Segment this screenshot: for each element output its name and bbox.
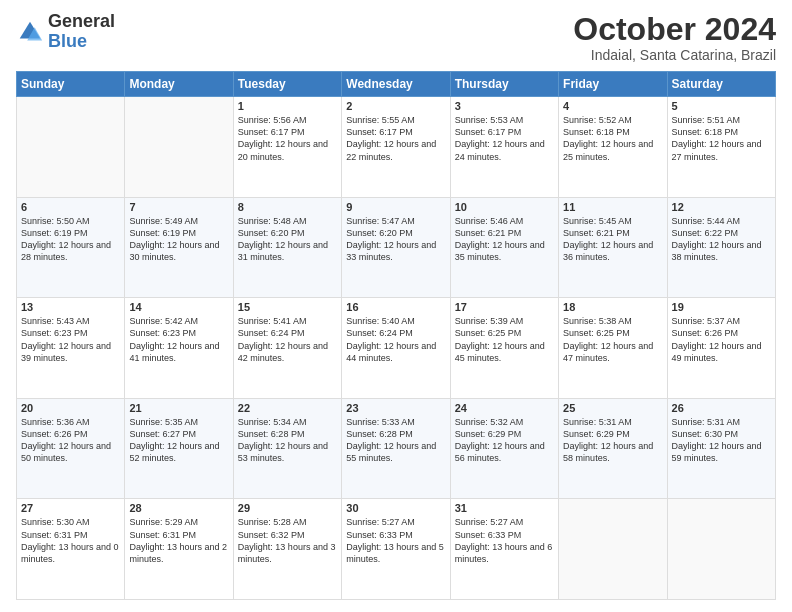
calendar-cell: 8Sunrise: 5:48 AM Sunset: 6:20 PM Daylig…	[233, 197, 341, 298]
day-number: 24	[455, 402, 554, 414]
day-number: 19	[672, 301, 771, 313]
day-number: 25	[563, 402, 662, 414]
calendar-cell: 13Sunrise: 5:43 AM Sunset: 6:23 PM Dayli…	[17, 298, 125, 399]
calendar-week-row: 6Sunrise: 5:50 AM Sunset: 6:19 PM Daylig…	[17, 197, 776, 298]
calendar-week-row: 20Sunrise: 5:36 AM Sunset: 6:26 PM Dayli…	[17, 398, 776, 499]
day-number: 10	[455, 201, 554, 213]
calendar-cell: 12Sunrise: 5:44 AM Sunset: 6:22 PM Dayli…	[667, 197, 775, 298]
calendar-cell: 21Sunrise: 5:35 AM Sunset: 6:27 PM Dayli…	[125, 398, 233, 499]
logo-blue: Blue	[48, 31, 87, 51]
day-info: Sunrise: 5:36 AM Sunset: 6:26 PM Dayligh…	[21, 416, 120, 465]
title-block: October 2024 Indaial, Santa Catarina, Br…	[573, 12, 776, 63]
day-number: 1	[238, 100, 337, 112]
day-number: 6	[21, 201, 120, 213]
calendar-cell	[667, 499, 775, 600]
day-info: Sunrise: 5:43 AM Sunset: 6:23 PM Dayligh…	[21, 315, 120, 364]
day-info: Sunrise: 5:42 AM Sunset: 6:23 PM Dayligh…	[129, 315, 228, 364]
calendar-cell: 23Sunrise: 5:33 AM Sunset: 6:28 PM Dayli…	[342, 398, 450, 499]
calendar-day-header: Sunday	[17, 72, 125, 97]
day-info: Sunrise: 5:55 AM Sunset: 6:17 PM Dayligh…	[346, 114, 445, 163]
day-number: 22	[238, 402, 337, 414]
day-info: Sunrise: 5:35 AM Sunset: 6:27 PM Dayligh…	[129, 416, 228, 465]
calendar-cell: 30Sunrise: 5:27 AM Sunset: 6:33 PM Dayli…	[342, 499, 450, 600]
calendar-cell	[125, 97, 233, 198]
calendar-cell: 14Sunrise: 5:42 AM Sunset: 6:23 PM Dayli…	[125, 298, 233, 399]
day-info: Sunrise: 5:38 AM Sunset: 6:25 PM Dayligh…	[563, 315, 662, 364]
day-number: 13	[21, 301, 120, 313]
day-number: 18	[563, 301, 662, 313]
calendar-cell: 18Sunrise: 5:38 AM Sunset: 6:25 PM Dayli…	[559, 298, 667, 399]
day-info: Sunrise: 5:30 AM Sunset: 6:31 PM Dayligh…	[21, 516, 120, 565]
calendar-cell: 10Sunrise: 5:46 AM Sunset: 6:21 PM Dayli…	[450, 197, 558, 298]
calendar-cell: 24Sunrise: 5:32 AM Sunset: 6:29 PM Dayli…	[450, 398, 558, 499]
day-info: Sunrise: 5:37 AM Sunset: 6:26 PM Dayligh…	[672, 315, 771, 364]
day-info: Sunrise: 5:40 AM Sunset: 6:24 PM Dayligh…	[346, 315, 445, 364]
calendar-day-header: Thursday	[450, 72, 558, 97]
calendar-day-header: Saturday	[667, 72, 775, 97]
calendar-cell: 27Sunrise: 5:30 AM Sunset: 6:31 PM Dayli…	[17, 499, 125, 600]
calendar-cell: 22Sunrise: 5:34 AM Sunset: 6:28 PM Dayli…	[233, 398, 341, 499]
calendar-cell: 17Sunrise: 5:39 AM Sunset: 6:25 PM Dayli…	[450, 298, 558, 399]
day-number: 9	[346, 201, 445, 213]
day-number: 5	[672, 100, 771, 112]
logo-general: General	[48, 11, 115, 31]
calendar-week-row: 27Sunrise: 5:30 AM Sunset: 6:31 PM Dayli…	[17, 499, 776, 600]
day-number: 27	[21, 502, 120, 514]
day-info: Sunrise: 5:51 AM Sunset: 6:18 PM Dayligh…	[672, 114, 771, 163]
logo-icon	[16, 18, 44, 46]
day-number: 31	[455, 502, 554, 514]
day-info: Sunrise: 5:48 AM Sunset: 6:20 PM Dayligh…	[238, 215, 337, 264]
day-info: Sunrise: 5:50 AM Sunset: 6:19 PM Dayligh…	[21, 215, 120, 264]
day-info: Sunrise: 5:27 AM Sunset: 6:33 PM Dayligh…	[346, 516, 445, 565]
day-number: 29	[238, 502, 337, 514]
calendar-cell: 7Sunrise: 5:49 AM Sunset: 6:19 PM Daylig…	[125, 197, 233, 298]
calendar-cell: 11Sunrise: 5:45 AM Sunset: 6:21 PM Dayli…	[559, 197, 667, 298]
calendar-cell: 28Sunrise: 5:29 AM Sunset: 6:31 PM Dayli…	[125, 499, 233, 600]
calendar-cell: 16Sunrise: 5:40 AM Sunset: 6:24 PM Dayli…	[342, 298, 450, 399]
page: General Blue October 2024 Indaial, Santa…	[0, 0, 792, 612]
day-number: 14	[129, 301, 228, 313]
day-info: Sunrise: 5:46 AM Sunset: 6:21 PM Dayligh…	[455, 215, 554, 264]
day-info: Sunrise: 5:45 AM Sunset: 6:21 PM Dayligh…	[563, 215, 662, 264]
day-number: 8	[238, 201, 337, 213]
calendar-cell: 15Sunrise: 5:41 AM Sunset: 6:24 PM Dayli…	[233, 298, 341, 399]
day-info: Sunrise: 5:44 AM Sunset: 6:22 PM Dayligh…	[672, 215, 771, 264]
day-number: 2	[346, 100, 445, 112]
day-number: 3	[455, 100, 554, 112]
calendar-cell: 20Sunrise: 5:36 AM Sunset: 6:26 PM Dayli…	[17, 398, 125, 499]
day-number: 28	[129, 502, 228, 514]
day-number: 21	[129, 402, 228, 414]
day-info: Sunrise: 5:28 AM Sunset: 6:32 PM Dayligh…	[238, 516, 337, 565]
logo: General Blue	[16, 12, 115, 52]
day-info: Sunrise: 5:29 AM Sunset: 6:31 PM Dayligh…	[129, 516, 228, 565]
calendar-cell: 5Sunrise: 5:51 AM Sunset: 6:18 PM Daylig…	[667, 97, 775, 198]
day-info: Sunrise: 5:34 AM Sunset: 6:28 PM Dayligh…	[238, 416, 337, 465]
calendar-cell	[559, 499, 667, 600]
day-number: 16	[346, 301, 445, 313]
day-info: Sunrise: 5:41 AM Sunset: 6:24 PM Dayligh…	[238, 315, 337, 364]
calendar-week-row: 13Sunrise: 5:43 AM Sunset: 6:23 PM Dayli…	[17, 298, 776, 399]
day-number: 26	[672, 402, 771, 414]
calendar-cell: 3Sunrise: 5:53 AM Sunset: 6:17 PM Daylig…	[450, 97, 558, 198]
day-info: Sunrise: 5:56 AM Sunset: 6:17 PM Dayligh…	[238, 114, 337, 163]
day-info: Sunrise: 5:47 AM Sunset: 6:20 PM Dayligh…	[346, 215, 445, 264]
calendar-cell: 26Sunrise: 5:31 AM Sunset: 6:30 PM Dayli…	[667, 398, 775, 499]
calendar-cell: 6Sunrise: 5:50 AM Sunset: 6:19 PM Daylig…	[17, 197, 125, 298]
calendar-cell: 31Sunrise: 5:27 AM Sunset: 6:33 PM Dayli…	[450, 499, 558, 600]
day-number: 23	[346, 402, 445, 414]
day-info: Sunrise: 5:31 AM Sunset: 6:29 PM Dayligh…	[563, 416, 662, 465]
calendar-cell	[17, 97, 125, 198]
day-number: 15	[238, 301, 337, 313]
calendar-day-header: Friday	[559, 72, 667, 97]
day-info: Sunrise: 5:39 AM Sunset: 6:25 PM Dayligh…	[455, 315, 554, 364]
day-info: Sunrise: 5:31 AM Sunset: 6:30 PM Dayligh…	[672, 416, 771, 465]
calendar-cell: 9Sunrise: 5:47 AM Sunset: 6:20 PM Daylig…	[342, 197, 450, 298]
day-info: Sunrise: 5:27 AM Sunset: 6:33 PM Dayligh…	[455, 516, 554, 565]
day-info: Sunrise: 5:52 AM Sunset: 6:18 PM Dayligh…	[563, 114, 662, 163]
calendar-cell: 1Sunrise: 5:56 AM Sunset: 6:17 PM Daylig…	[233, 97, 341, 198]
calendar-cell: 4Sunrise: 5:52 AM Sunset: 6:18 PM Daylig…	[559, 97, 667, 198]
header: General Blue October 2024 Indaial, Santa…	[16, 12, 776, 63]
day-number: 17	[455, 301, 554, 313]
calendar-cell: 19Sunrise: 5:37 AM Sunset: 6:26 PM Dayli…	[667, 298, 775, 399]
calendar-week-row: 1Sunrise: 5:56 AM Sunset: 6:17 PM Daylig…	[17, 97, 776, 198]
